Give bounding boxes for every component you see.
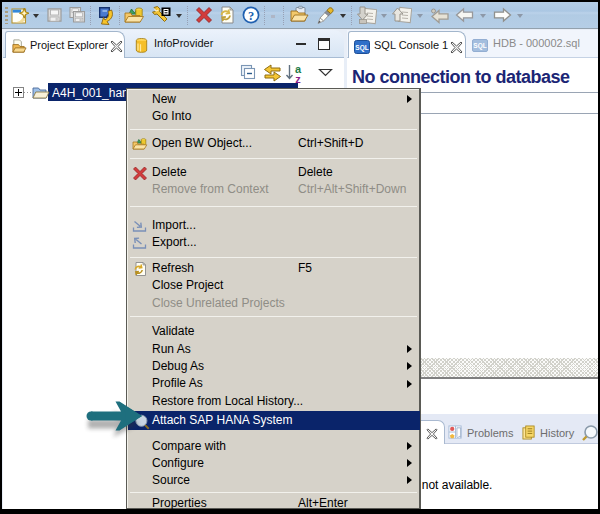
svg-text:?: ? bbox=[248, 9, 254, 23]
svg-text:SQL: SQL bbox=[355, 44, 368, 52]
svg-text:SQL: SQL bbox=[473, 42, 486, 50]
